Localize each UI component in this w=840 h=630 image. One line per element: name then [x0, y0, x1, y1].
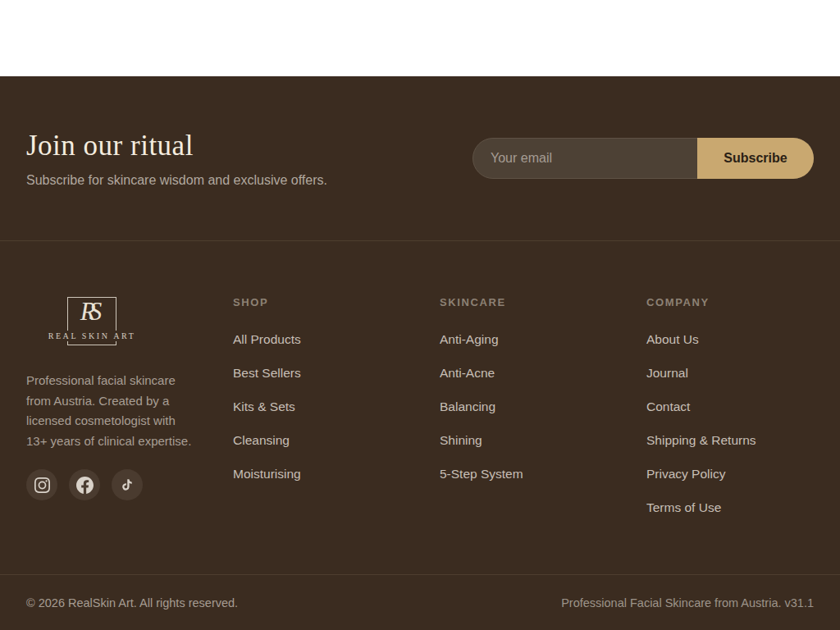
tiktok-link[interactable]	[112, 469, 143, 500]
newsletter-title: Join our ritual	[26, 130, 327, 162]
column-heading-skincare: SKINCARE	[440, 296, 646, 308]
link-anti-acne[interactable]: Anti-Acne	[440, 366, 495, 380]
link-privacy-policy[interactable]: Privacy Policy	[646, 467, 725, 481]
company-link-list: About Us Journal Contact Shipping & Retu…	[646, 333, 814, 514]
list-item: Contact	[646, 400, 814, 413]
brand-description: Professional facial skincare from Austri…	[26, 371, 195, 451]
link-kits-sets[interactable]: Kits & Sets	[233, 399, 295, 413]
column-heading-shop: SHOP	[233, 296, 440, 308]
newsletter-subtitle: Subscribe for skincare wisdom and exclus…	[26, 173, 327, 188]
list-item: Privacy Policy	[646, 468, 814, 481]
link-terms-of-use[interactable]: Terms of Use	[646, 500, 721, 514]
list-item: Shipping & Returns	[646, 434, 814, 447]
footer-bottom-bar: © 2026 RealSkin Art. All rights reserved…	[0, 574, 840, 630]
list-item: Cleansing	[233, 434, 440, 447]
logo-monogram: RS	[80, 297, 102, 326]
list-item: Journal	[646, 367, 814, 380]
list-item: Moisturising	[233, 468, 440, 481]
link-shining[interactable]: Shining	[440, 433, 482, 447]
link-about-us[interactable]: About Us	[646, 332, 699, 346]
list-item: All Products	[233, 333, 440, 346]
site-footer: Join our ritual Subscribe for skincare w…	[0, 76, 840, 630]
link-moisturising[interactable]: Moisturising	[233, 467, 301, 481]
subscribe-button[interactable]: Subscribe	[697, 138, 814, 179]
footer-column-company: COMPANY About Us Journal Contact Shippin…	[646, 296, 814, 535]
instagram-link[interactable]	[26, 469, 57, 500]
link-shipping-returns[interactable]: Shipping & Returns	[646, 433, 756, 447]
footer-column-skincare: SKINCARE Anti-Aging Anti-Acne Balancing …	[440, 296, 646, 535]
skincare-link-list: Anti-Aging Anti-Acne Balancing Shining 5…	[440, 333, 646, 481]
list-item: 5-Step System	[440, 468, 646, 481]
link-anti-aging[interactable]: Anti-Aging	[440, 332, 499, 346]
list-item: Balancing	[440, 400, 646, 413]
link-contact[interactable]: Contact	[646, 399, 690, 413]
list-item: Anti-Aging	[440, 333, 646, 346]
tiktok-icon	[121, 478, 134, 491]
column-heading-company: COMPANY	[646, 296, 814, 308]
facebook-icon	[76, 477, 94, 494]
newsletter-form: Subscribe	[472, 138, 814, 179]
list-item: Kits & Sets	[233, 400, 440, 413]
link-best-sellers[interactable]: Best Sellers	[233, 366, 301, 380]
brand-logo[interactable]: RS REAL SKIN ART	[67, 297, 116, 345]
link-journal[interactable]: Journal	[646, 366, 688, 380]
shop-link-list: All Products Best Sellers Kits & Sets Cl…	[233, 333, 440, 481]
logo-name: REAL SKIN ART	[46, 331, 139, 341]
list-item: Terms of Use	[646, 501, 814, 514]
footer-tagline: Professional Facial Skincare from Austri…	[561, 596, 814, 609]
list-item: Best Sellers	[233, 367, 440, 380]
list-item: About Us	[646, 333, 814, 346]
footer-column-shop: SHOP All Products Best Sellers Kits & Se…	[233, 296, 440, 535]
facebook-link[interactable]	[69, 469, 100, 500]
list-item: Shining	[440, 434, 646, 447]
link-balancing[interactable]: Balancing	[440, 399, 495, 413]
list-item: Anti-Acne	[440, 367, 646, 380]
page-content-above-footer	[0, 0, 840, 76]
social-links	[26, 469, 233, 500]
link-5-step-system[interactable]: 5-Step System	[440, 467, 523, 481]
brand-column: RS REAL SKIN ART Professional facial ski…	[26, 296, 233, 535]
footer-links-section: RS REAL SKIN ART Professional facial ski…	[0, 241, 840, 535]
newsletter-section: Join our ritual Subscribe for skincare w…	[0, 76, 840, 240]
instagram-icon	[34, 477, 50, 493]
link-cleansing[interactable]: Cleansing	[233, 433, 290, 447]
copyright-text: © 2026 RealSkin Art. All rights reserved…	[26, 596, 238, 609]
newsletter-text: Join our ritual Subscribe for skincare w…	[26, 130, 327, 188]
link-all-products[interactable]: All Products	[233, 332, 301, 346]
